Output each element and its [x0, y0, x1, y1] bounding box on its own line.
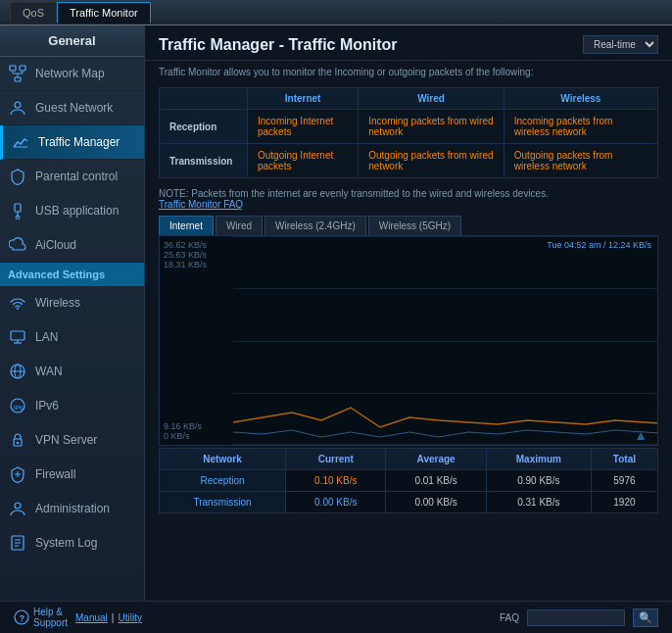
- sidebar-item-vpn-server[interactable]: VPN Server: [0, 423, 144, 458]
- bottom-links: Manual | Utility: [75, 612, 142, 623]
- sidebar-label-wan: WAN: [35, 365, 63, 378]
- advanced-settings-title: Advanced Settings: [0, 263, 144, 286]
- info-text: Traffic Monitor allows you to monitor th…: [145, 61, 672, 83]
- stats-transmission-maximum: 0.31 KB/s: [486, 492, 591, 513]
- sidebar-item-network-map[interactable]: Network Map: [0, 57, 144, 91]
- chart-y-labels: 36.62 KB/s 25.63 KB/s 18.31 KB/s 9.16 KB…: [160, 236, 233, 445]
- transmission-label: Transmission: [160, 144, 248, 178]
- utility-link[interactable]: Utility: [118, 612, 141, 623]
- sidebar-label-aicloud: AiCloud: [35, 238, 76, 252]
- svg-text:?: ?: [20, 613, 25, 623]
- faq-label: FAQ: [500, 612, 519, 623]
- svg-rect-2: [15, 77, 21, 81]
- sidebar-label-system-log: System Log: [35, 536, 97, 550]
- reception-wireless: Incoming packets from wireless network: [504, 110, 657, 144]
- sidebar-label-firewall: Firewall: [35, 467, 75, 481]
- sidebar-item-administration[interactable]: Administration: [0, 492, 144, 526]
- sidebar-item-ipv6[interactable]: IP6 IPv6: [0, 389, 144, 423]
- svg-rect-9: [15, 204, 21, 212]
- realtime-select[interactable]: Real-time: [583, 35, 658, 54]
- sidebar-general-title: General: [0, 25, 144, 57]
- manual-link[interactable]: Manual: [75, 612, 108, 623]
- page-title: Traffic Manager - Traffic Monitor: [159, 36, 398, 54]
- sidebar-item-traffic-manager[interactable]: Traffic Manager: [0, 125, 144, 160]
- sidebar-item-aicloud[interactable]: AiCloud: [0, 228, 144, 263]
- sidebar-label-guest-network: Guest Network: [35, 101, 113, 115]
- chart-area: 36.62 KB/s 25.63 KB/s 18.31 KB/s 9.16 KB…: [159, 235, 658, 446]
- info-table: Internet Wired Wireless Reception Incomi…: [159, 87, 658, 178]
- main-content: Traffic Manager - Traffic Monitor Real-t…: [145, 25, 672, 601]
- stats-col-maximum: Maximum: [486, 449, 591, 470]
- search-button[interactable]: 🔍: [633, 609, 658, 627]
- tab-qos[interactable]: QoS: [10, 2, 57, 23]
- sidebar-label-wireless: Wireless: [35, 296, 80, 310]
- stats-transmission-average: 0.00 KB/s: [386, 492, 486, 513]
- scroll-indicator[interactable]: ▲: [634, 427, 648, 443]
- sidebar-item-wireless[interactable]: Wireless: [0, 286, 144, 320]
- tab-traffic-monitor[interactable]: Traffic Monitor: [57, 2, 151, 24]
- help-icon-area: ? Help &Support: [14, 607, 68, 628]
- stats-transmission-label: Transmission: [160, 492, 286, 513]
- tab-internet[interactable]: Internet: [159, 216, 214, 235]
- stats-reception-label: Reception: [160, 470, 286, 492]
- wireless-icon: [8, 293, 27, 313]
- administration-icon: [8, 499, 27, 518]
- network-map-icon: [8, 64, 27, 83]
- sidebar-item-system-log[interactable]: System Log: [0, 526, 144, 560]
- svg-text:IP6: IP6: [14, 405, 24, 411]
- sidebar-item-usb-application[interactable]: USB application: [0, 194, 144, 228]
- tab-wireless-24[interactable]: Wireless (2.4GHz): [264, 216, 366, 235]
- svg-point-12: [17, 308, 19, 310]
- stats-row-reception: Reception 0.10 KB/s 0.01 KB/s 0.90 KB/s …: [160, 470, 658, 492]
- stats-col-current: Current: [286, 449, 386, 470]
- sidebar-item-wan[interactable]: WAN: [0, 355, 144, 389]
- sidebar-label-network-map: Network Map: [35, 67, 105, 80]
- stats-reception-maximum: 0.90 KB/s: [486, 470, 591, 492]
- vpn-icon: [8, 430, 27, 450]
- stats-col-average: Average: [386, 449, 486, 470]
- search-input[interactable]: [527, 609, 625, 626]
- stats-table: Network Current Average Maximum Total Re…: [159, 448, 658, 513]
- stats-col-total: Total: [591, 449, 657, 470]
- sidebar-item-firewall[interactable]: Firewall: [0, 458, 144, 492]
- y-label-2: 18.31 KB/s: [164, 260, 229, 269]
- faq-link[interactable]: Traffic Monitor FAQ: [159, 199, 243, 210]
- tab-wireless-5[interactable]: Wireless (5GHz): [368, 216, 461, 235]
- sidebar-label-vpn-server: VPN Server: [35, 433, 97, 447]
- col-empty: [160, 88, 248, 110]
- divider: |: [112, 612, 115, 623]
- sidebar-label-administration: Administration: [35, 502, 110, 515]
- guest-network-icon: [8, 98, 27, 118]
- col-internet: Internet: [248, 88, 359, 110]
- tab-wired[interactable]: Wired: [216, 216, 263, 235]
- note-text: NOTE: Packets from the internet are even…: [159, 188, 658, 199]
- transmission-internet: Outgoing Internet packets: [248, 144, 359, 178]
- top-tabs: QoS Traffic Monitor: [0, 0, 672, 25]
- help-icon: ?: [14, 609, 29, 625]
- sidebar-item-parental-control[interactable]: Parental control: [0, 160, 144, 194]
- transmission-wired: Outgoing packets from wired network: [359, 144, 504, 178]
- col-wireless: Wireless: [504, 88, 657, 110]
- y-label-3: 9.16 KB/s: [164, 421, 229, 431]
- wan-icon: [8, 362, 27, 381]
- sidebar-item-guest-network[interactable]: Guest Network: [0, 91, 144, 125]
- transmission-wireless: Outgoing packets from wireless network: [504, 144, 657, 178]
- chart-grid: [233, 236, 657, 445]
- table-row: Reception Incoming Internet packets Inco…: [160, 110, 658, 144]
- sidebar-label-usb-application: USB application: [35, 204, 119, 218]
- help-label: Help &Support: [33, 607, 68, 628]
- svg-rect-13: [11, 331, 24, 340]
- svg-point-7: [15, 102, 21, 108]
- sidebar-item-lan[interactable]: LAN: [0, 320, 144, 355]
- table-row: Transmission Outgoing Internet packets O…: [160, 144, 658, 178]
- stats-row-transmission: Transmission 0.00 KB/s 0.00 KB/s 0.31 KB…: [160, 492, 658, 513]
- stats-transmission-total: 1920: [591, 492, 657, 513]
- reception-label: Reception: [160, 110, 248, 144]
- y-label-bottom: 0 KB/s: [164, 431, 229, 441]
- usb-icon: [8, 201, 27, 220]
- bottom-bar: ? Help &Support Manual | Utility FAQ 🔍: [0, 601, 672, 633]
- col-wired: Wired: [359, 88, 504, 110]
- lan-icon: [8, 327, 27, 347]
- traffic-manager-icon: [11, 132, 30, 152]
- stats-reception-total: 5976: [591, 470, 657, 492]
